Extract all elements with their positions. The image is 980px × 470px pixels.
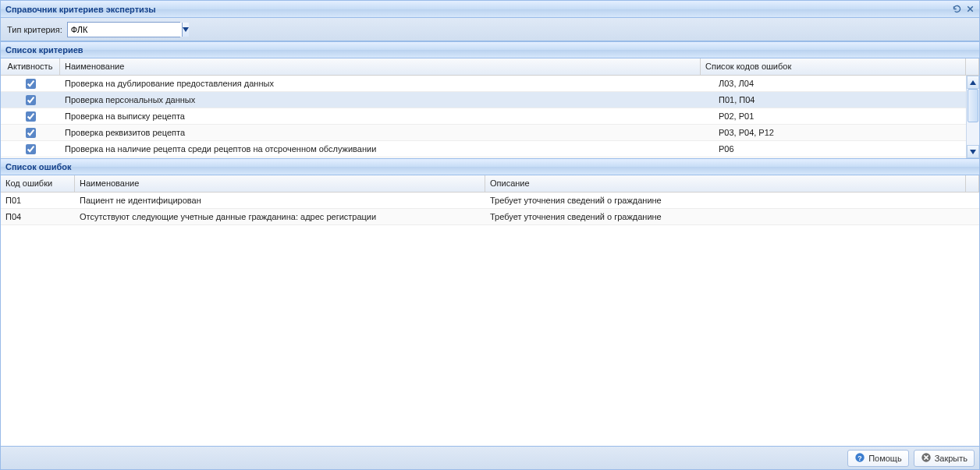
criteria-grid: Активность Наименование Список кодов оши… <box>1 58 979 158</box>
activity-checkbox[interactable] <box>26 144 36 154</box>
top-toolbar: Тип критерия: <box>1 18 979 41</box>
col-name[interactable]: Наименование <box>60 58 701 75</box>
codes-cell: Р06 <box>714 144 979 154</box>
col-scroll-pad <box>966 175 979 192</box>
chevron-down-icon[interactable] <box>182 23 189 37</box>
name-cell: Проверка на выписку рецепта <box>60 111 714 121</box>
codes-cell: П01, П04 <box>714 95 979 104</box>
criteria-scrollbar[interactable] <box>966 76 979 158</box>
codes-cell: Р02, Р01 <box>714 111 979 121</box>
name-cell: Проверка персональных данных <box>60 95 714 104</box>
table-row[interactable]: Проверка реквизитов рецептаР03, Р04, Р12 <box>1 125 979 141</box>
error-name-cell: Пациент не идентифицирован <box>75 196 485 205</box>
col-error-name[interactable]: Наименование <box>75 175 485 192</box>
activity-checkbox[interactable] <box>26 128 36 138</box>
activity-checkbox[interactable] <box>26 95 36 105</box>
titlebar: Справочник критериев экспертизы <box>1 1 979 18</box>
criteria-grid-body: Проверка на дублирование предоставления … <box>1 76 979 158</box>
help-button[interactable]: ? Помощь <box>847 450 909 467</box>
error-code-cell: П01 <box>1 196 75 205</box>
col-error-code[interactable]: Код ошибки <box>1 175 75 192</box>
scroll-thumb[interactable] <box>968 89 978 122</box>
scroll-track[interactable] <box>967 89 979 145</box>
bottom-toolbar: ? Помощь Закрыть <box>1 446 979 469</box>
errors-section-header: Список ошибок <box>1 158 979 175</box>
table-row[interactable]: Проверка на выписку рецептаР02, Р01 <box>1 108 979 125</box>
cancel-icon <box>921 452 932 465</box>
errors-grid: Код ошибки Наименование Описание П01Паци… <box>1 175 979 446</box>
criteria-section-header: Список критериев <box>1 41 979 58</box>
col-codes[interactable]: Список кодов ошибок <box>701 58 966 75</box>
close-icon[interactable] <box>964 3 976 15</box>
activity-checkbox[interactable] <box>26 111 36 122</box>
criteria-grid-header: Активность Наименование Список кодов оши… <box>1 58 979 76</box>
scroll-down-icon[interactable] <box>967 145 979 158</box>
error-desc-cell: Требует уточнения сведений о гражданине <box>485 196 979 205</box>
scroll-up-icon[interactable] <box>967 76 979 89</box>
activity-cell <box>1 125 60 140</box>
type-label: Тип критерия: <box>7 25 62 34</box>
table-row[interactable]: П04Отсутствуют следующие учетные данные … <box>1 209 979 225</box>
criteria-section-title: Список критериев <box>5 45 83 55</box>
codes-cell: Л03, Л04 <box>714 79 979 88</box>
window: Справочник критериев экспертизы Тип крит… <box>0 0 980 470</box>
codes-cell: Р03, Р04, Р12 <box>714 128 979 137</box>
close-button[interactable]: Закрыть <box>914 450 975 467</box>
help-icon: ? <box>854 452 865 465</box>
close-button-label: Закрыть <box>935 454 968 463</box>
col-scroll-pad <box>966 58 979 75</box>
table-row[interactable]: Проверка персональных данныхП01, П04 <box>1 92 979 108</box>
activity-checkbox[interactable] <box>26 79 36 89</box>
help-button-label: Помощь <box>868 454 902 463</box>
window-title: Справочник критериев экспертизы <box>5 5 156 14</box>
table-row[interactable]: Проверка на дублирование предоставления … <box>1 76 979 92</box>
col-error-desc[interactable]: Описание <box>485 175 966 192</box>
svg-text:?: ? <box>858 454 861 461</box>
error-name-cell: Отсутствуют следующие учетные данные гра… <box>75 212 485 221</box>
errors-grid-body: П01Пациент не идентифицированТребует уто… <box>1 193 979 446</box>
table-row[interactable]: П01Пациент не идентифицированТребует уто… <box>1 193 979 209</box>
table-row[interactable]: Проверка на наличие рецепта среди рецепт… <box>1 141 979 157</box>
name-cell: Проверка реквизитов рецепта <box>60 128 714 137</box>
activity-cell <box>1 76 60 91</box>
error-desc-cell: Требует уточнения сведений о гражданине <box>485 212 979 221</box>
criteria-type-combo[interactable] <box>67 22 180 37</box>
error-code-cell: П04 <box>1 212 75 221</box>
activity-cell <box>1 93 60 108</box>
refresh-icon[interactable] <box>951 3 963 15</box>
name-cell: Проверка на наличие рецепта среди рецепт… <box>60 144 714 154</box>
activity-cell <box>1 109 60 124</box>
name-cell: Проверка на дублирование предоставления … <box>60 79 714 88</box>
criteria-type-input[interactable] <box>68 23 182 37</box>
errors-section-title: Список ошибок <box>5 162 71 171</box>
activity-cell <box>1 142 60 157</box>
errors-grid-header: Код ошибки Наименование Описание <box>1 175 979 193</box>
col-activity[interactable]: Активность <box>1 58 60 75</box>
